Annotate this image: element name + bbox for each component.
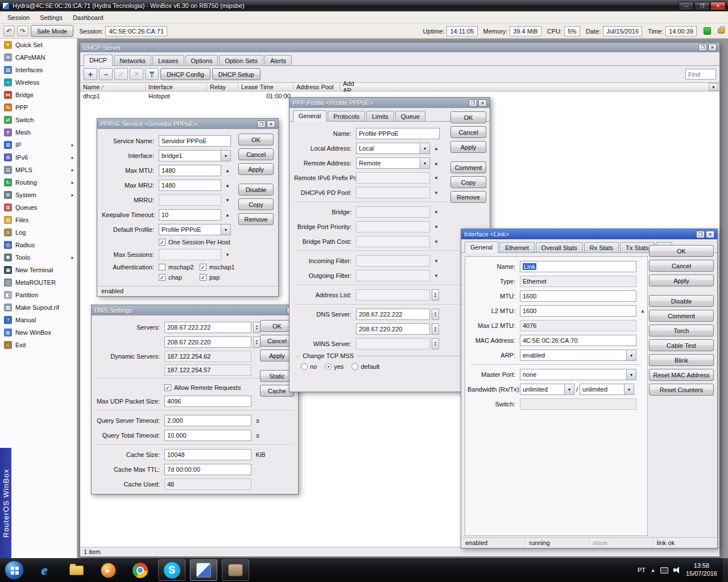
sidebar-item-wireless[interactable]: ≈Wireless	[0, 76, 77, 89]
menu-session[interactable]: Session	[2, 13, 35, 23]
menu-settings[interactable]: Settings	[35, 13, 68, 23]
torch-button[interactable]: Torch	[649, 325, 714, 336]
sidebar-item-bridge[interactable]: ⋈Bridge	[0, 89, 77, 101]
chevron-down-icon[interactable]: ▼	[627, 369, 636, 380]
cache-max-ttl-input[interactable]: 7d 00:00:00	[164, 464, 251, 475]
mss-yes-radio[interactable]: ●	[325, 363, 332, 370]
maximize-button[interactable]: ❐	[694, 2, 710, 10]
taskbar-chrome-icon[interactable]	[126, 559, 154, 581]
tab-rx-stats[interactable]: Rx Stats	[584, 242, 619, 252]
pap-checkbox[interactable]: ✓	[200, 274, 206, 281]
taskbar-media-player-icon[interactable]: ▶	[94, 559, 122, 581]
collapse-up-icon[interactable]: ▲	[432, 161, 440, 166]
remote-address-select[interactable]: Remote	[356, 157, 420, 169]
outgoing-filter-input[interactable]	[356, 270, 430, 281]
arp-select[interactable]: enabled	[520, 350, 627, 361]
expand-down-icon[interactable]: ▼	[432, 176, 440, 181]
chevron-down-icon[interactable]: ▼	[627, 350, 636, 361]
dns-server1-input[interactable]: 208.67.222.222	[164, 322, 251, 333]
restore-button[interactable]: ❐	[696, 231, 705, 238]
max-sessions-input[interactable]	[159, 249, 221, 260]
apply-button[interactable]: Apply	[238, 163, 274, 175]
service-name-input[interactable]: Servidor PPPoE	[159, 135, 231, 147]
hidden-icons-arrow[interactable]: ▲	[651, 568, 655, 573]
dns-server1-input[interactable]: 208.67.222.222	[356, 309, 430, 320]
interface-select[interactable]: bridge1	[159, 150, 221, 161]
filter-button[interactable]	[145, 68, 159, 80]
expand-down-icon[interactable]: ▼	[432, 259, 440, 264]
close-icon[interactable]: ✕	[478, 99, 487, 107]
chevron-down-icon[interactable]: ▼	[221, 150, 231, 161]
ok-button[interactable]: OK	[450, 111, 486, 123]
mss-default-radio[interactable]	[351, 363, 358, 370]
taskbar-app-icon[interactable]	[222, 559, 249, 581]
taskbar-ie-icon[interactable]: e	[31, 559, 58, 581]
window-titlebar[interactable]: Hydra@4C:5E:0C:26:CA:71 (Hydra Tecnologi…	[0, 0, 728, 11]
chevron-down-icon[interactable]: ▼	[420, 157, 430, 169]
tab-options[interactable]: Options	[185, 55, 218, 65]
start-button[interactable]	[5, 560, 24, 580]
dns-server2-input[interactable]: 208.67.220.220	[164, 336, 251, 348]
one-session-checkbox[interactable]: ✓	[159, 239, 166, 246]
taskbar-skype-icon[interactable]: S	[158, 559, 185, 581]
interface-name-input[interactable]: Link	[520, 261, 636, 272]
safe-mode-button[interactable]: Safe Mode	[31, 25, 73, 37]
remove-button[interactable]: Remove	[238, 213, 274, 225]
expand-down-icon[interactable]: ▼	[432, 239, 440, 244]
incoming-filter-input[interactable]	[356, 255, 430, 267]
copy-button[interactable]: Copy	[238, 198, 274, 210]
sidebar-item-switch[interactable]: ⇄Switch	[0, 114, 77, 126]
reset-mac-button[interactable]: Reset MAC Address	[649, 369, 714, 381]
minimize-button[interactable]: —	[679, 2, 694, 10]
bandwidth-tx-select[interactable]: unlimited	[580, 384, 624, 395]
collapse-up-icon[interactable]: ▲	[432, 146, 440, 151]
sidebar-item-ipv6[interactable]: ⊞IPv6▸	[0, 151, 77, 164]
sidebar-item-queues[interactable]: ≣Queues	[0, 201, 77, 214]
tab-protocols[interactable]: Protocols	[328, 111, 365, 121]
sidebar-item-make-supout[interactable]: ▦Make Supout.rif	[0, 301, 77, 314]
tab-option-sets[interactable]: Option Sets	[219, 55, 263, 65]
restore-button[interactable]: ❐	[698, 44, 707, 51]
spinner-icon[interactable]: ▲▼	[432, 289, 439, 301]
default-profile-select[interactable]: Profile PPPoE	[159, 224, 221, 235]
restore-button[interactable]: ❐	[257, 120, 266, 128]
max-udp-input[interactable]: 4096	[164, 396, 251, 407]
wins-server-input[interactable]	[356, 338, 430, 350]
sidebar-item-exit[interactable]: ⌂Exit	[0, 339, 77, 351]
volume-icon[interactable]	[673, 567, 681, 573]
cancel-button[interactable]: Cancel	[649, 260, 714, 272]
ok-button[interactable]: OK	[649, 245, 714, 257]
expand-down-icon[interactable]: ▼	[432, 273, 440, 278]
tab-leases[interactable]: Leases	[152, 55, 184, 65]
collapse-up-icon[interactable]: ▲	[639, 309, 647, 314]
query-total-timeout-input[interactable]: 10.000	[164, 430, 251, 441]
collapse-up-icon[interactable]: ▲	[224, 168, 231, 173]
remove-button[interactable]: Remove	[450, 191, 486, 203]
interface-dialog-titlebar[interactable]: Interface <Link> ❐ ✕	[461, 229, 717, 239]
mtu-input[interactable]: 1600	[520, 290, 636, 302]
chevron-down-icon[interactable]: ▼	[624, 384, 634, 395]
dhcp-window-titlebar[interactable]: DHCP Server ❐ ✕	[80, 43, 719, 52]
max-mtu-input[interactable]: 1480	[159, 165, 221, 176]
tab-alerts[interactable]: Alerts	[264, 55, 292, 65]
bridge-path-cost-input[interactable]	[356, 236, 430, 247]
remove-button[interactable]: −	[99, 68, 113, 80]
restore-button[interactable]: ❐	[469, 99, 477, 107]
spinner-icon[interactable]: ▲▼	[432, 323, 439, 335]
mschap2-checkbox[interactable]	[159, 264, 166, 271]
blink-button[interactable]: Blink	[649, 354, 714, 366]
menu-dashboard[interactable]: Dashboard	[68, 13, 109, 23]
sidebar-item-system[interactable]: ⚙System▸	[0, 189, 77, 201]
reset-counters-button[interactable]: Reset Counters	[649, 384, 714, 396]
comment-button[interactable]: Comment	[450, 161, 486, 173]
collapse-up-icon[interactable]: ▲	[224, 213, 231, 218]
language-indicator[interactable]: PT	[638, 567, 646, 573]
sidebar-item-files[interactable]: ▥Files	[0, 214, 77, 226]
spinner-icon[interactable]: ▲▼	[432, 338, 439, 350]
column-name[interactable]: Name∕	[80, 83, 146, 91]
close-icon[interactable]: ✕	[706, 231, 714, 238]
close-icon[interactable]: ✕	[267, 120, 275, 128]
network-icon[interactable]	[660, 567, 668, 573]
query-server-timeout-input[interactable]: 2.000	[164, 415, 251, 426]
dhcpv6-pd-pool-input[interactable]	[356, 187, 430, 198]
